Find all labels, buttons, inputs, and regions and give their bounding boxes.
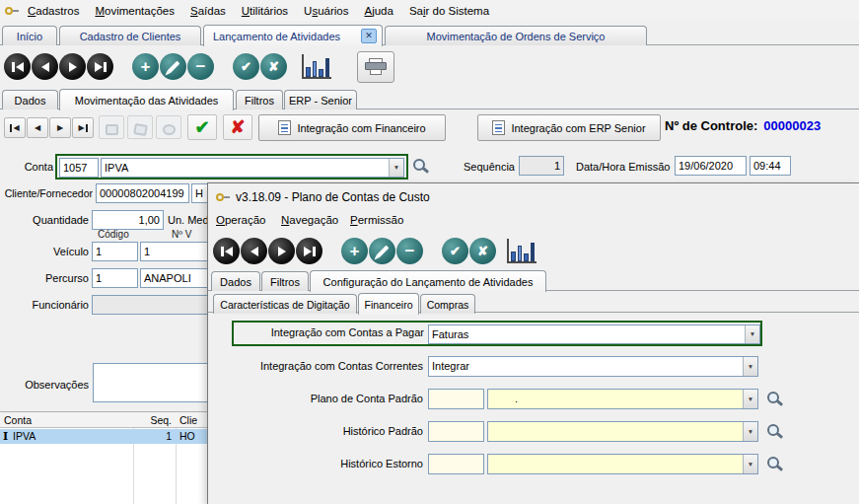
dialog-menu-operacao[interactable]: Operação [216,214,266,226]
dialog-confirm-button[interactable]: ✔ [442,238,468,264]
historico-padrao-combo[interactable]: ▼ [487,421,758,442]
veiculo-code-input[interactable]: 1 [92,242,138,261]
dialog-menu-navegacao[interactable]: Navegação [281,214,338,226]
dropdown-icon[interactable]: ▼ [745,325,759,343]
historico-estorno-search-icon[interactable] [766,456,783,472]
menu-movimentacoes[interactable]: Movimentações [87,3,182,19]
historico-estorno-combo[interactable]: ▼ [487,454,758,474]
subtab-financeiro[interactable]: Financeiro [358,293,419,315]
integracao-erp-senior-button[interactable]: Integração com ERP Senior [477,114,661,141]
edit-button[interactable] [160,53,186,80]
tab-filtros[interactable]: Filtros [236,90,283,109]
dialog-tab-dados[interactable]: Dados [211,271,260,291]
dropdown-icon[interactable]: ▼ [743,357,757,376]
contas-pagar-highlight-box: Integração com Contas a Pagar Faturas ▼ [232,321,762,346]
tab-movimentacao-ordens-servico[interactable]: Movimentação de Ordens de Serviço [385,26,647,45]
percurso-desc-input[interactable]: ANAPOLI [140,268,217,288]
historico-estorno-code-input[interactable] [428,454,484,474]
hora-emissao-input[interactable]: 09:44 [750,156,791,176]
last-record-button[interactable] [87,53,113,80]
plano-conta-combo[interactable]: . ▼ [487,389,758,409]
plano-conta-search-icon[interactable] [766,391,783,407]
prev-icon: ◀ [35,123,40,132]
plano-conta-code-input[interactable] [428,389,484,409]
grid-row-selected[interactable]: I IPVA 1 HO [0,429,208,444]
cancel-record-button[interactable]: ✘ [223,114,252,140]
cancel-button[interactable]: ✘ [260,53,287,80]
grid-header: Conta Seq. Clie [0,412,208,428]
menu-sair-do-sistema[interactable]: Sair do Sistema [401,3,497,19]
observacoes-textarea[interactable] [93,363,215,402]
menu-usuarios[interactable]: Usuários [296,3,356,19]
subtab-caracteristicas-digitacao[interactable]: Características de Digitação [213,294,357,314]
first-record-button[interactable] [4,53,31,80]
add-button[interactable]: + [132,53,159,80]
conta-search-icon[interactable] [412,158,429,175]
disabled-tool-button-2[interactable] [127,115,153,139]
dialog-cancel-button[interactable]: ✘ [469,238,496,264]
percurso-code-input[interactable]: 1 [92,268,138,288]
historico-padrao-search-icon[interactable] [766,423,783,440]
sequencia-input[interactable]: 1 [519,156,564,176]
numero-de-controle: Nº de Controle:00000023 [665,118,821,133]
tab-lancamento-atividades[interactable]: Lançamento de Atividades ✕ [203,25,383,46]
dialog-prev-record-button[interactable] [241,238,267,264]
chart-icon[interactable] [302,54,331,79]
grid-last-button[interactable]: ▶ [72,117,94,138]
grid-prev-button[interactable]: ◀ [27,117,48,138]
quantidade-input[interactable]: 1,00 [92,210,164,230]
record-toolbar: ◀ ◀ ▶ ▶ ✔ ✘ Integração com Financeiro In… [0,110,859,146]
dropdown-icon[interactable]: ▼ [743,455,757,473]
funcionario-input[interactable] [92,295,212,315]
menu-cadastros[interactable]: Cadastros [20,3,87,19]
integracao-financeiro-button[interactable]: Integração com Financeiro [258,114,446,141]
dialog-tab-configuracao[interactable]: Configuração do Lançamento de Atividades [310,270,546,292]
menu-saidas[interactable]: Saídas [182,3,234,19]
dialog-tab-filtros[interactable]: Filtros [261,271,309,291]
dialog-first-record-button[interactable] [213,238,240,264]
grid-next-button[interactable]: ▶ [49,117,71,138]
veiculo-desc-input[interactable]: 1 [140,242,214,261]
dialog-last-record-button[interactable] [296,238,322,264]
col-conta[interactable]: Conta [4,414,32,426]
data-emissao-input[interactable]: 19/06/2020 [675,156,747,176]
dropdown-icon[interactable]: ▼ [743,422,757,441]
contas-correntes-combo[interactable]: Integrar ▼ [428,356,758,377]
dialog-next-record-button[interactable] [268,238,295,264]
dialog-edit-button[interactable] [369,238,395,264]
confirm-button[interactable]: ✔ [233,53,259,80]
delete-button[interactable]: − [187,53,214,80]
next-record-button[interactable] [59,53,86,80]
historico-padrao-code-input[interactable] [428,421,484,442]
dropdown-icon[interactable]: ▼ [743,390,757,408]
dialog-menu-permissao[interactable]: Permissão [350,214,403,226]
tab-cadastro-clientes[interactable]: Cadastro de Clientes [59,26,201,45]
dialog-delete-button[interactable]: − [396,238,423,264]
tab-inicio[interactable]: Início [2,26,57,45]
dialog-add-button[interactable]: + [341,238,368,264]
confirm-record-button[interactable]: ✔ [187,114,217,140]
contas-pagar-combo[interactable]: Faturas ▼ [428,324,760,344]
funcionario-label: Funcionário [0,299,89,311]
grid-first-button[interactable]: ◀ [4,117,26,138]
menu-utilitarios[interactable]: Utilitários [234,3,296,19]
prev-record-button[interactable] [32,53,58,80]
subtab-compras[interactable]: Compras [420,294,475,314]
close-tab-icon[interactable]: ✕ [361,29,377,43]
tab-dados[interactable]: Dados [2,90,58,109]
dropdown-icon[interactable]: ▼ [389,159,403,177]
cliente-code-input[interactable]: 00000802004199 [96,183,189,203]
col-seq[interactable]: Seq. [134,414,172,426]
tab-movimentacao-atividades[interactable]: Movimentação das Atividades [59,89,234,110]
conta-combo[interactable]: IPVA ▼ [101,158,404,178]
col-cliente[interactable]: Clie [179,414,197,426]
tab-erp-senior[interactable]: ERP - Senior [284,90,357,109]
disabled-tool-button-1[interactable] [99,115,124,139]
disabled-tool-button-3[interactable] [156,115,181,139]
menu-ajuda[interactable]: Ajuda [356,3,400,19]
conta-code-input[interactable]: 1057 [59,158,99,178]
dialog-chart-icon[interactable] [507,239,537,263]
dialog-app-icon [215,189,231,205]
plano-conta-padrao-label: Plano de Conta Padrão [208,393,423,404]
print-button[interactable] [357,51,394,83]
